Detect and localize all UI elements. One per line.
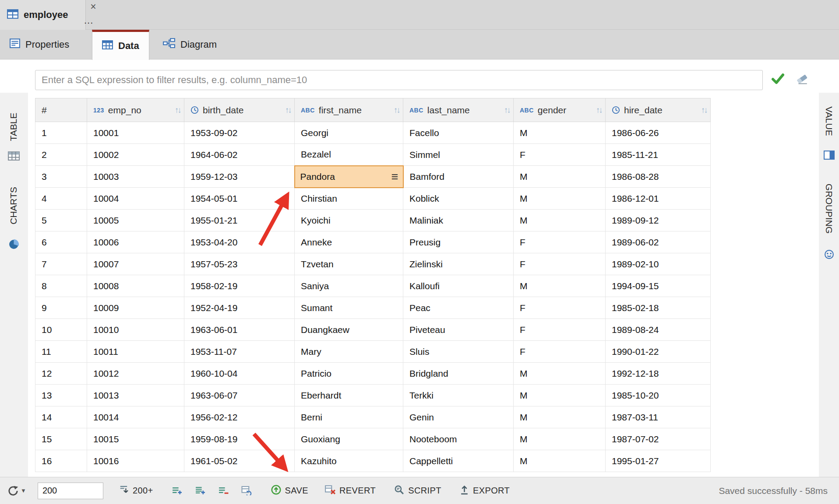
grid-cell[interactable]: 1989-09-12 bbox=[606, 210, 711, 231]
grid-cell[interactable]: 1986-08-28 bbox=[606, 166, 711, 188]
grid-cell[interactable]: Saniya bbox=[295, 275, 403, 297]
grid-cell[interactable]: Kazuhito bbox=[295, 450, 403, 472]
editor-tab-employee[interactable]: employee bbox=[0, 0, 86, 30]
grid-cell[interactable]: Simmel bbox=[403, 144, 514, 166]
grid-cell[interactable]: Maliniak bbox=[403, 210, 514, 231]
grid-cell[interactable]: 1953-09-02 bbox=[184, 122, 295, 144]
column-header-last_name[interactable]: ABClast_name↑↓ bbox=[403, 98, 514, 122]
rail-tab-charts[interactable]: CHARTS bbox=[2, 175, 25, 236]
grid-cell[interactable]: 1959-12-03 bbox=[184, 166, 295, 188]
grid-cell[interactable]: 1992-12-18 bbox=[606, 363, 711, 385]
grid-cell[interactable]: F bbox=[514, 319, 606, 341]
grid-cell[interactable]: Nooteboom bbox=[403, 428, 514, 450]
column-header-first_name[interactable]: ABCfirst_name↑↓ bbox=[295, 98, 403, 122]
grid-cell[interactable]: 1956-02-12 bbox=[184, 406, 295, 428]
duplicate-row-button[interactable] bbox=[195, 486, 206, 495]
tab-data[interactable]: Data bbox=[92, 30, 149, 60]
grid-cell[interactable]: Facello bbox=[403, 122, 514, 144]
grid-cell[interactable]: 10016 bbox=[87, 450, 184, 472]
grid-cell[interactable]: 10008 bbox=[87, 275, 184, 297]
apply-filter-icon[interactable] bbox=[771, 73, 785, 87]
selected-cell[interactable]: Pandora≡ bbox=[295, 166, 403, 188]
row-number-cell[interactable]: 12 bbox=[35, 363, 87, 385]
grid-cell[interactable]: Zielinski bbox=[403, 253, 514, 275]
grid-cell[interactable]: 1989-02-10 bbox=[606, 253, 711, 275]
grid-cell[interactable]: Terkki bbox=[403, 385, 514, 406]
grid-cell[interactable]: Preusig bbox=[403, 231, 514, 253]
sql-filter-input[interactable] bbox=[35, 70, 763, 90]
grid-cell[interactable]: 1994-09-15 bbox=[606, 275, 711, 297]
row-number-cell[interactable]: 3 bbox=[35, 166, 87, 188]
grid-cell[interactable]: M bbox=[514, 275, 606, 297]
row-number-cell[interactable]: 9 bbox=[35, 297, 87, 319]
row-number-cell[interactable]: 2 bbox=[35, 144, 87, 166]
grid-cell[interactable]: 1986-06-26 bbox=[606, 122, 711, 144]
grid-cell[interactable]: 10009 bbox=[87, 297, 184, 319]
row-number-cell[interactable]: 11 bbox=[35, 341, 87, 363]
row-number-cell[interactable]: 16 bbox=[35, 450, 87, 472]
grid-cell[interactable]: 1964-06-02 bbox=[184, 144, 295, 166]
row-number-cell[interactable]: 13 bbox=[35, 385, 87, 406]
column-header-birth_date[interactable]: birth_date↑↓ bbox=[184, 98, 295, 122]
grid-cell[interactable]: Anneke bbox=[295, 231, 403, 253]
table-grid-icon[interactable] bbox=[8, 151, 20, 162]
add-row-button[interactable] bbox=[172, 486, 183, 495]
tab-properties[interactable]: Properties bbox=[0, 30, 79, 60]
refresh-settings-button[interactable]: ▼ bbox=[7, 485, 26, 497]
close-tab-icon[interactable]: × bbox=[87, 1, 100, 13]
grid-cell[interactable]: Piveteau bbox=[403, 319, 514, 341]
row-number-cell[interactable]: 7 bbox=[35, 253, 87, 275]
row-number-cell[interactable]: 6 bbox=[35, 231, 87, 253]
grid-cell[interactable]: Eberhardt bbox=[295, 385, 403, 406]
grid-cell[interactable]: 1995-01-27 bbox=[606, 450, 711, 472]
grid-cell[interactable]: Kalloufi bbox=[403, 275, 514, 297]
fetch-more-button[interactable]: 200+ bbox=[119, 485, 153, 497]
row-number-cell[interactable]: 1 bbox=[35, 122, 87, 144]
grid-cell[interactable]: 10010 bbox=[87, 319, 184, 341]
grid-cell[interactable]: 10013 bbox=[87, 385, 184, 406]
grid-cell[interactable]: Koblick bbox=[403, 188, 514, 210]
cell-menu-icon[interactable]: ≡ bbox=[391, 171, 398, 182]
grid-cell[interactable]: F bbox=[514, 231, 606, 253]
grid-cell[interactable]: 10004 bbox=[87, 188, 184, 210]
column-header-gender[interactable]: ABCgender↑↓ bbox=[514, 98, 606, 122]
grid-cell[interactable]: 1954-05-01 bbox=[184, 188, 295, 210]
grid-cell[interactable]: M bbox=[514, 406, 606, 428]
grid-cell[interactable]: 1989-08-24 bbox=[606, 319, 711, 341]
fetch-size-input[interactable] bbox=[38, 483, 103, 499]
grid-cell[interactable]: 10005 bbox=[87, 210, 184, 231]
grid-cell[interactable]: Bezalel bbox=[295, 144, 403, 166]
sort-toggle-icon[interactable]: ↑↓ bbox=[175, 105, 180, 115]
grid-cell[interactable]: 10011 bbox=[87, 341, 184, 363]
grid-cell[interactable]: F bbox=[514, 144, 606, 166]
grid-cell[interactable]: F bbox=[514, 341, 606, 363]
revert-button[interactable]: REVERT bbox=[325, 485, 376, 497]
row-number-cell[interactable]: 14 bbox=[35, 406, 87, 428]
grid-cell[interactable]: 10002 bbox=[87, 144, 184, 166]
grid-cell[interactable]: M bbox=[514, 210, 606, 231]
grid-cell[interactable]: Bamford bbox=[403, 166, 514, 188]
grid-cell[interactable]: Tzvetan bbox=[295, 253, 403, 275]
grid-cell[interactable]: 10007 bbox=[87, 253, 184, 275]
grid-cell[interactable]: M bbox=[514, 450, 606, 472]
grid-cell[interactable]: 10014 bbox=[87, 406, 184, 428]
grid-cell[interactable]: M bbox=[514, 363, 606, 385]
row-number-cell[interactable]: 4 bbox=[35, 188, 87, 210]
grid-cell[interactable]: Guoxiang bbox=[295, 428, 403, 450]
value-panel-icon[interactable] bbox=[824, 150, 835, 161]
grid-cell[interactable]: 1958-02-19 bbox=[184, 275, 295, 297]
grid-cell[interactable]: 1985-10-20 bbox=[606, 385, 711, 406]
clear-filter-eraser-icon[interactable] bbox=[796, 74, 808, 87]
tab-diagram[interactable]: Diagram bbox=[153, 30, 226, 60]
grid-cell[interactable]: 1963-06-07 bbox=[184, 385, 295, 406]
rail-tab-grouping[interactable]: GROUPING bbox=[819, 170, 839, 248]
grouping-panel-icon[interactable] bbox=[824, 249, 834, 261]
grid-cell[interactable]: Kyoichi bbox=[295, 210, 403, 231]
grid-cell[interactable]: Cappelletti bbox=[403, 450, 514, 472]
grid-cell[interactable]: M bbox=[514, 428, 606, 450]
grid-cell[interactable]: 1985-11-21 bbox=[606, 144, 711, 166]
delete-row-button[interactable] bbox=[218, 486, 229, 495]
rail-tab-value[interactable]: VALUE bbox=[819, 98, 839, 144]
grid-cell[interactable]: 1963-06-01 bbox=[184, 319, 295, 341]
grid-cell[interactable]: 10012 bbox=[87, 363, 184, 385]
